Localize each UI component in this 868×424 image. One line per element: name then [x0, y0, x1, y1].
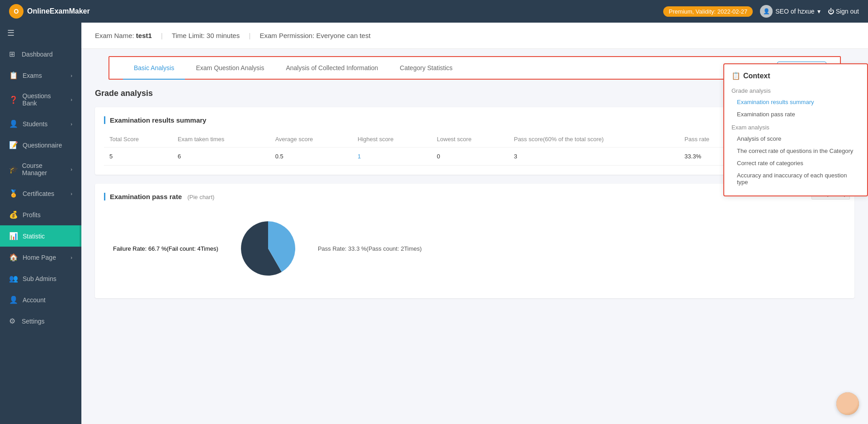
context-item-accuracy-question-type[interactable]: Accuracy and inaccuracy of each question…: [731, 169, 860, 188]
context-item-correct-rate-categories[interactable]: Correct rate of categories: [731, 157, 860, 169]
chevron-right-icon: ›: [71, 73, 72, 78]
sidebar-item-statistic[interactable]: 📊 Statistic: [0, 225, 81, 247]
cell-pass-score: 3: [509, 148, 679, 166]
sidebar-item-label: Certificates: [23, 190, 54, 197]
tab-label: Basic Analysis: [134, 64, 174, 71]
chevron-right-icon: ›: [71, 97, 72, 102]
context-panel: 📋 Context Grade analysis Examination res…: [723, 63, 868, 196]
sidebar-item-label: Settings: [22, 318, 45, 325]
sidebar-item-sub-admins[interactable]: 👥 Sub Admins: [0, 268, 81, 289]
sidebar-toggle[interactable]: ☰: [0, 23, 81, 43]
exam-name-label: Exam Name:: [95, 32, 136, 39]
col-pass-score: Pass score(60% of the total score): [509, 131, 679, 148]
sidebar-item-label: Account: [23, 296, 46, 304]
exam-header: Exam Name: test1 | Time Limit: 30 minute…: [81, 23, 868, 49]
tab-label: Exam Question Analysis: [196, 64, 264, 71]
cell-total-score: 5: [104, 148, 172, 166]
sign-out-label: Sign out: [836, 8, 859, 15]
time-limit-value: 30 minutes: [207, 32, 240, 39]
context-item-exam-results-summary[interactable]: Examination results summary: [731, 96, 860, 108]
tab-label: Analysis of Collected Information: [286, 64, 378, 71]
pie-chart: [236, 217, 300, 280]
sidebar-item-questions-bank[interactable]: ❓ Questions Bank ›: [0, 86, 81, 113]
pass-rate-label: Pass Rate: 33.3 %(Pass count: 2Times): [318, 245, 422, 252]
user-avatar: 👤: [760, 5, 773, 18]
user-menu[interactable]: 👤 SEO of hzxue ▾: [760, 5, 820, 18]
sidebar: ☰ ⊞ Dashboard 📋 Exams › ❓ Questions Bank…: [0, 23, 81, 424]
col-lowest: Lowest score: [431, 131, 508, 148]
avatar-image: [836, 392, 859, 415]
profits-icon: 💰: [9, 210, 18, 219]
context-item-analysis-of-score[interactable]: Analysis of score: [731, 133, 860, 145]
premium-badge: Premium, Validity: 2022-02-27: [663, 6, 753, 17]
sidebar-item-exams[interactable]: 📋 Exams ›: [0, 65, 81, 86]
power-icon: ⏻: [828, 8, 834, 15]
divider1: |: [161, 32, 163, 39]
certificates-icon: 🏅: [9, 189, 18, 198]
sidebar-item-dashboard[interactable]: ⊞ Dashboard: [0, 43, 81, 65]
permission-label: Exam Permission:: [259, 32, 316, 39]
topbar: O OnlineExamMaker Premium, Validity: 202…: [0, 0, 868, 23]
sidebar-item-home-page[interactable]: 🏠 Home Page ›: [0, 247, 81, 268]
course-manager-icon: 🎓: [9, 165, 18, 174]
col-exam-taken: Exam taken times: [172, 131, 270, 148]
pass-rate-card: Examination pass rate (Pie chart) 截图(Alt…: [95, 184, 854, 298]
context-exam-analysis-label: Exam analysis: [731, 124, 860, 131]
sidebar-item-settings[interactable]: ⚙ Settings: [0, 310, 81, 332]
chevron-right-icon: ›: [71, 167, 72, 172]
col-total-score: Total Score: [104, 131, 172, 148]
sidebar-item-students[interactable]: 👤 Students ›: [0, 113, 81, 134]
tab-label: Category Statistics: [400, 64, 453, 71]
dashboard-icon: ⊞: [9, 50, 17, 58]
sign-out-button[interactable]: ⏻ Sign out: [828, 8, 859, 15]
time-limit-label: Time Limit:: [172, 32, 207, 39]
cell-avg-score: 0.5: [270, 148, 352, 166]
divider2: |: [249, 32, 250, 39]
failure-rate-label: Failure Rate: 66.7 %(Fail count: 4Times): [113, 245, 218, 252]
context-panel-title: 📋 Context: [731, 71, 860, 80]
avatar-corner[interactable]: [836, 392, 859, 415]
sidebar-item-label: Questions Bank: [23, 92, 66, 107]
sidebar-item-label: Questionnaire: [23, 142, 62, 149]
sidebar-item-label: Statistic: [23, 233, 45, 240]
context-icon: 📋: [731, 71, 741, 80]
logo-icon: O: [9, 4, 24, 19]
tab-exam-question-analysis[interactable]: Exam Question Analysis: [185, 57, 275, 80]
pie-chart-subtitle: (Pie chart): [187, 194, 214, 200]
chevron-right-icon: ›: [71, 121, 72, 127]
exams-icon: 📋: [9, 71, 18, 80]
sidebar-item-questionnaire[interactable]: 📝 Questionnaire: [0, 134, 81, 156]
sidebar-item-course-manager[interactable]: 🎓 Course Manager ›: [0, 156, 81, 183]
sidebar-item-label: Sub Admins: [23, 275, 57, 282]
cell-exam-taken: 6: [172, 148, 270, 166]
questions-bank-icon: ❓: [9, 95, 18, 104]
sidebar-item-label: Students: [23, 120, 47, 128]
context-item-exam-pass-rate[interactable]: Examination pass rate: [731, 108, 860, 120]
pie-chart-section: Failure Rate: 66.7 %(Fail count: 4Times): [104, 208, 845, 289]
sidebar-item-profits[interactable]: 💰 Profits: [0, 204, 81, 225]
sidebar-item-label: Dashboard: [22, 51, 53, 58]
content-area: Exam Name: test1 | Time Limit: 30 minute…: [81, 23, 868, 424]
col-avg-score: Average score: [270, 131, 352, 148]
account-icon: 👤: [9, 295, 18, 304]
sub-admins-icon: 👥: [9, 274, 18, 283]
permission-value: Everyone can test: [316, 32, 371, 39]
tab-basic-analysis[interactable]: Basic Analysis: [123, 57, 185, 80]
logo-text: OnlineExamMaker: [27, 7, 90, 15]
tab-category-statistics[interactable]: Category Statistics: [389, 57, 463, 80]
sidebar-item-label: Profits: [23, 211, 41, 219]
cell-highest: 1: [352, 148, 431, 166]
context-item-correct-rate-category[interactable]: The correct rate of questions in the Cat…: [731, 145, 860, 157]
questionnaire-icon: 📝: [9, 141, 18, 149]
statistic-icon: 📊: [9, 232, 18, 240]
sidebar-item-certificates[interactable]: 🏅 Certificates ›: [0, 183, 81, 204]
col-highest: Highest score: [352, 131, 431, 148]
user-name: SEO of hzxue: [775, 8, 814, 15]
logo: O OnlineExamMaker: [9, 4, 90, 19]
settings-icon: ⚙: [9, 317, 17, 325]
tab-analysis-collected[interactable]: Analysis of Collected Information: [275, 57, 389, 80]
sidebar-item-label: Home Page: [23, 254, 56, 261]
home-icon: 🏠: [9, 253, 18, 262]
topbar-right: Premium, Validity: 2022-02-27 👤 SEO of h…: [663, 5, 859, 18]
sidebar-item-account[interactable]: 👤 Account: [0, 289, 81, 310]
